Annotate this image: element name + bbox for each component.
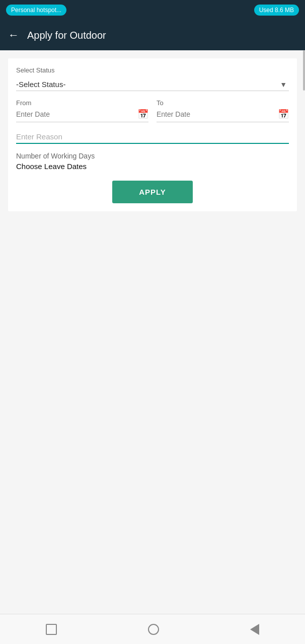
- reason-input[interactable]: [16, 130, 289, 144]
- back-nav-button[interactable]: [250, 624, 259, 635]
- choose-leave-dates-text: Choose Leave Dates: [16, 162, 289, 171]
- select-status-label: Select Status: [16, 66, 289, 74]
- to-date-input[interactable]: [157, 110, 278, 118]
- from-calendar-icon[interactable]: 📅: [137, 109, 148, 120]
- content-area: Select Status -Select Status- ▼ From 📅 T…: [0, 50, 305, 614]
- home-button[interactable]: [148, 624, 159, 635]
- hotspot-indicator: Personal hotspot...: [6, 5, 66, 16]
- working-days-label: Number of Working Days: [16, 152, 289, 160]
- to-date-wrapper: 📅: [157, 109, 289, 122]
- from-date-wrapper: 📅: [16, 109, 148, 122]
- to-calendar-icon[interactable]: 📅: [278, 109, 289, 120]
- back-button[interactable]: ←: [8, 29, 19, 42]
- recent-apps-button[interactable]: [46, 624, 57, 635]
- from-date-group: From 📅: [16, 99, 148, 122]
- bottom-nav: [0, 614, 305, 644]
- header: ← Apply for Outdoor: [0, 20, 305, 50]
- select-status-wrapper: -Select Status- ▼: [16, 78, 289, 91]
- home-icon: [148, 624, 159, 635]
- data-usage-indicator: Used 8.6 MB: [254, 5, 299, 16]
- from-label: From: [16, 99, 148, 107]
- apply-button[interactable]: APPLY: [112, 181, 193, 203]
- form-card: Select Status -Select Status- ▼ From 📅 T…: [8, 58, 297, 211]
- recent-apps-icon: [46, 624, 57, 635]
- select-status-dropdown[interactable]: -Select Status-: [16, 78, 289, 91]
- from-date-input[interactable]: [16, 110, 137, 118]
- spacer: [8, 211, 297, 606]
- to-label: To: [157, 99, 289, 107]
- date-row: From 📅 To 📅: [16, 99, 289, 122]
- reason-wrapper: [16, 130, 289, 144]
- to-date-group: To 📅: [157, 99, 289, 122]
- page-title: Apply for Outdoor: [27, 30, 106, 41]
- back-nav-icon: [250, 624, 259, 635]
- status-bar: Personal hotspot... Used 8.6 MB: [0, 0, 305, 20]
